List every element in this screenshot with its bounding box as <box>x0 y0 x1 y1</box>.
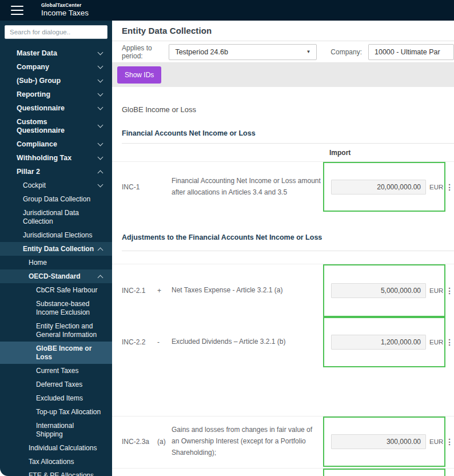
amount-input[interactable] <box>331 434 426 449</box>
dropdown-caret-icon: ▼ <box>306 49 310 54</box>
divider <box>122 251 454 251</box>
data-row-partial <box>112 468 454 476</box>
sidebar-item-group-data-collection[interactable]: Group Data Collection <box>0 192 112 206</box>
kebab-menu-icon[interactable]: ⋮ <box>445 287 453 295</box>
sidebar-item-sub-group[interactable]: (Sub-) Group <box>0 74 112 88</box>
sidebar-item-entity-data-collection[interactable]: Entity Data Collection <box>0 242 112 256</box>
sidebar-item-top-up-tax-allocation[interactable]: Top-up Tax Allocation <box>0 405 112 419</box>
sidebar: Master Data Company (Sub-) Group Reporti… <box>0 21 112 476</box>
sidebar-item-questionnaire[interactable]: Questionnaire <box>0 101 112 115</box>
sidebar-item-label: Company <box>17 63 95 72</box>
sidebar-item-label: Home <box>29 259 102 267</box>
kebab-menu-icon[interactable]: ⋮ <box>445 183 453 191</box>
data-row: INC-1 Financial Accounting Net Income or… <box>112 161 454 212</box>
sidebar-item-label: Individual Calculations <box>29 444 102 453</box>
sidebar-item-individual-calculations[interactable]: Individual Calculations <box>0 441 112 455</box>
sidebar-item-oecd-standard[interactable]: OECD-Standard <box>0 269 112 283</box>
group1-rows: INC-1 Financial Accounting Net Income or… <box>112 161 454 212</box>
row-code: INC-2.2 <box>122 338 157 346</box>
sidebar-item-label: International Shipping <box>36 422 102 439</box>
kebab-menu-icon[interactable]: ⋮ <box>445 338 453 346</box>
company-label: Company: <box>330 48 362 56</box>
hamburger-menu-icon[interactable] <box>11 6 23 15</box>
sidebar-item-customs-questionnaire[interactable]: Customs Questionnaire <box>0 115 112 137</box>
sidebar-item-globe-income-or-loss[interactable]: GloBE Income or Loss <box>0 342 112 364</box>
company-select[interactable]: 10000 - Ultimate Par <box>368 44 454 60</box>
sidebar-item-master-data[interactable]: Master Data <box>0 46 112 60</box>
sidebar-item-label: Compliance <box>17 140 95 149</box>
data-row: INC-2.1 + Net Taxes Expense - Article 3.… <box>112 264 454 317</box>
sidebar-item-label: Jurisdictional Data Collection <box>23 209 102 226</box>
app-window: GlobalTaxCenter Income Taxes Master Data… <box>0 0 454 476</box>
row-sign: + <box>157 287 172 295</box>
app-brand: GlobalTaxCenter Income Taxes <box>41 3 89 17</box>
amount-input[interactable] <box>331 335 426 350</box>
chevron-down-icon <box>98 104 103 110</box>
sidebar-item-label: GloBE Income or Loss <box>36 344 102 362</box>
row-description: Gains and losses from changes in fair va… <box>172 425 321 458</box>
sidebar-item-label: Cockpit <box>23 181 95 190</box>
sidebar-item-compliance[interactable]: Compliance <box>0 137 112 151</box>
row-code: INC-2.3a <box>122 438 157 446</box>
import-highlight-box <box>323 469 445 476</box>
sidebar-item-entity-election-and-general-information[interactable]: Entity Election and General Information <box>0 319 112 342</box>
sidebar-item-excluded-items[interactable]: Excluded Items <box>0 391 112 405</box>
show-ids-button[interactable]: Show IDs <box>117 66 161 84</box>
chevron-up-icon <box>98 275 103 280</box>
period-select[interactable]: Testperiod 24.6b ▼ <box>169 44 317 60</box>
sidebar-item-fte-pe-allocations[interactable]: FTE & PE Allocations <box>0 469 112 476</box>
section-title: GloBE Income or Loss <box>122 105 454 114</box>
sidebar-item-label: Excluded Items <box>36 394 102 403</box>
sidebar-item-withholding-tax[interactable]: Withholding Tax <box>0 151 112 165</box>
sidebar-item-company[interactable]: Company <box>0 60 112 74</box>
sidebar-item-label: FTE & PE Allocations <box>29 471 102 476</box>
form-content: GloBE Income or Loss Financial Accounts … <box>112 105 454 476</box>
sidebar-item-international-shipping[interactable]: International Shipping <box>0 419 112 441</box>
row-description: Net Taxes Expense - Article 3.2.1 (a) <box>172 285 321 296</box>
sidebar-item-substance-based-income-exclusion[interactable]: Substance-based Income Exclusion <box>0 297 112 319</box>
sidebar-nav: Master Data Company (Sub-) Group Reporti… <box>0 46 112 476</box>
amount-input[interactable] <box>331 283 426 298</box>
currency-label: EUR <box>429 287 443 294</box>
period-value: Testperiod 24.6b <box>175 48 228 56</box>
app-name: GlobalTaxCenter <box>41 3 89 9</box>
sidebar-item-label: Reporting <box>17 90 95 99</box>
sidebar-item-label: Tax Allocations <box>29 458 102 466</box>
group1-title: Financial Accounts Net Income or Loss <box>122 129 454 137</box>
sidebar-item-label: Entity Election and General Information <box>36 322 102 339</box>
top-app-bar: GlobalTaxCenter Income Taxes <box>0 0 454 21</box>
sidebar-item-cbcr-safe-harbour[interactable]: CbCR Safe Harbour <box>0 283 112 297</box>
import-highlight-box: EUR ⋮ <box>323 162 445 212</box>
group2-title: Adjustments to the Financial Accounts Ne… <box>122 233 454 241</box>
sidebar-item-reporting[interactable]: Reporting <box>0 88 112 101</box>
sidebar-item-label: Customs Questionnaire <box>17 118 95 135</box>
group2-rows-continued: INC-2.3a (a) Gains and losses from chang… <box>112 416 454 467</box>
sidebar-item-cockpit[interactable]: Cockpit <box>0 178 112 192</box>
sidebar-item-deferred-taxes[interactable]: Deferred Taxes <box>0 378 112 391</box>
chevron-down-icon <box>98 77 103 82</box>
sidebar-item-label: Master Data <box>17 49 95 58</box>
row-sign: - <box>157 338 172 346</box>
sidebar-item-home[interactable]: Home <box>0 256 112 269</box>
sidebar-item-label: Group Data Collection <box>23 195 102 204</box>
sidebar-item-tax-allocations[interactable]: Tax Allocations <box>0 455 112 469</box>
company-value: 10000 - Ultimate Par <box>375 48 440 56</box>
sidebar-item-jurisdictional-data-collection[interactable]: Jurisdictional Data Collection <box>0 206 112 228</box>
chevron-up-icon <box>98 247 103 253</box>
chevron-up-icon <box>98 170 103 176</box>
sidebar-item-jurisdictional-elections[interactable]: Jurisdictional Elections <box>0 228 112 242</box>
row-code: INC-1 <box>122 183 157 191</box>
kebab-menu-icon[interactable]: ⋮ <box>445 438 453 446</box>
import-column-header: Import <box>329 149 454 157</box>
amount-input[interactable] <box>331 180 426 195</box>
sidebar-item-label: Top-up Tax Allocation <box>36 408 102 416</box>
sidebar-item-label: Withholding Tax <box>17 154 95 162</box>
data-row: INC-2.2 - Excluded Dividends – Article 3… <box>112 317 454 367</box>
sidebar-item-pillar-2[interactable]: Pillar 2 <box>0 165 112 178</box>
search-input[interactable] <box>5 25 107 39</box>
period-label: Applies to period: <box>122 44 162 60</box>
data-row: INC-2.3a (a) Gains and losses from chang… <box>112 416 454 467</box>
currency-label: EUR <box>429 184 443 191</box>
chevron-down-icon <box>98 140 103 146</box>
sidebar-item-current-taxes[interactable]: Current Taxes <box>0 364 112 378</box>
